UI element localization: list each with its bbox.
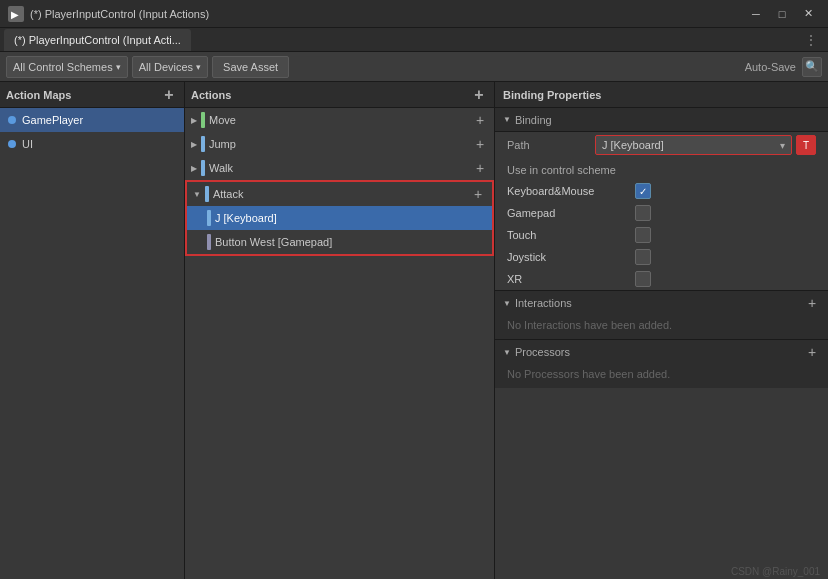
binding-properties-panel: Binding Properties ▼ Binding Path J [Key…: [495, 82, 828, 579]
add-action-map-button[interactable]: +: [160, 86, 178, 104]
scheme-keyboard-mouse[interactable]: Keyboard&Mouse ✓: [495, 180, 828, 202]
scheme-xr[interactable]: XR: [495, 268, 828, 290]
action-move-label: Move: [209, 114, 236, 126]
action-map-gameplayer-label: GamePlayer: [22, 114, 83, 126]
search-button[interactable]: 🔍: [802, 57, 822, 77]
action-button-west-label: Button West [Gamepad]: [215, 236, 332, 248]
minimize-button[interactable]: ─: [744, 4, 768, 24]
add-processor-button[interactable]: +: [804, 344, 820, 360]
path-value-container: J [Keyboard] ▾ T: [595, 135, 816, 155]
action-j-keyboard[interactable]: J [Keyboard]: [187, 206, 492, 230]
devices-dropdown[interactable]: All Devices ▾: [132, 56, 208, 78]
action-walk[interactable]: ▶ Walk +: [185, 156, 494, 180]
action-map-dot-icon: [8, 140, 16, 148]
action-maps-panel: Action Maps + GamePlayer UI: [0, 82, 185, 579]
autosave-section: Auto-Save 🔍: [745, 57, 822, 77]
expand-icon: ▶: [191, 116, 197, 125]
control-schemes-dropdown[interactable]: All Control Schemes ▾: [6, 56, 128, 78]
binding-properties-title: Binding Properties: [503, 89, 601, 101]
add-binding-button[interactable]: +: [472, 136, 488, 152]
scheme-gamepad-label: Gamepad: [507, 207, 627, 219]
path-dropdown[interactable]: J [Keyboard] ▾: [595, 135, 792, 155]
action-attack[interactable]: ▼ Attack +: [187, 182, 492, 206]
path-row: Path J [Keyboard] ▾ T: [495, 132, 828, 158]
add-binding-button[interactable]: +: [472, 160, 488, 176]
action-button-west[interactable]: Button West [Gamepad]: [187, 230, 492, 254]
expand-icon: ▼: [193, 190, 201, 199]
processors-empty-msg: No Processors have been added.: [495, 364, 828, 388]
collapse-interactions-icon: ▼: [503, 299, 511, 308]
autosave-label: Auto-Save: [745, 61, 796, 73]
action-color-bar: [201, 160, 205, 176]
action-walk-label: Walk: [209, 162, 233, 174]
action-attack-label: Attack: [213, 188, 244, 200]
action-color-bar: [201, 112, 205, 128]
action-move[interactable]: ▶ Move +: [185, 108, 494, 132]
scheme-gamepad-checkbox[interactable]: [635, 205, 651, 221]
action-j-keyboard-label: J [Keyboard]: [215, 212, 277, 224]
processors-empty-text: No Processors have been added.: [507, 368, 670, 380]
processors-section: ▼ Processors + No Processors have been a…: [495, 339, 828, 388]
tab-label: (*) PlayerInputControl (Input Acti...: [14, 34, 181, 46]
left-section: Action Maps + GamePlayer UI Actions + ▶: [0, 82, 495, 579]
scheme-touch-label: Touch: [507, 229, 627, 241]
interactions-empty-text: No Interactions have been added.: [507, 319, 672, 331]
tab-player-input[interactable]: (*) PlayerInputControl (Input Acti...: [4, 29, 191, 51]
title-bar: ▶ (*) PlayerInputControl (Input Actions)…: [0, 0, 828, 28]
binding-properties-header: Binding Properties: [495, 82, 828, 108]
action-map-gameplayer[interactable]: GamePlayer: [0, 108, 184, 132]
chevron-down-icon: ▾: [196, 62, 201, 72]
window-title: (*) PlayerInputControl (Input Actions): [30, 8, 744, 20]
binding-section-header: ▼ Binding: [495, 108, 828, 132]
actions-panel: Actions + ▶ Move + ▶ Jump + ▶ Walk: [185, 82, 494, 579]
action-maps-title: Action Maps: [6, 89, 71, 101]
path-t-button[interactable]: T: [796, 135, 816, 155]
add-binding-button[interactable]: +: [470, 186, 486, 202]
add-binding-button[interactable]: +: [472, 112, 488, 128]
binding-color-bar: [207, 210, 211, 226]
use-in-scheme-label: Use in control scheme: [495, 158, 828, 180]
scheme-xr-checkbox[interactable]: [635, 271, 651, 287]
chevron-down-icon: ▾: [116, 62, 121, 72]
processors-title: Processors: [515, 346, 570, 358]
toolbar: All Control Schemes ▾ All Devices ▾ Save…: [0, 52, 828, 82]
scheme-joystick-checkbox[interactable]: [635, 249, 651, 265]
path-label: Path: [507, 139, 587, 151]
add-action-button[interactable]: +: [470, 86, 488, 104]
scheme-keyboard-mouse-checkbox[interactable]: ✓: [635, 183, 651, 199]
scheme-joystick[interactable]: Joystick: [495, 246, 828, 268]
close-button[interactable]: ✕: [796, 4, 820, 24]
action-map-ui[interactable]: UI: [0, 132, 184, 156]
actions-header: Actions +: [185, 82, 494, 108]
save-asset-button[interactable]: Save Asset: [212, 56, 289, 78]
attack-section: ▼ Attack + J [Keyboard] Button West [Gam…: [185, 180, 494, 256]
dropdown-arrow-icon: ▾: [780, 140, 785, 151]
action-jump-label: Jump: [209, 138, 236, 150]
svg-text:▶: ▶: [11, 9, 19, 20]
window-controls: ─ □ ✕: [744, 4, 820, 24]
processors-header[interactable]: ▼ Processors +: [495, 340, 828, 364]
main-content: Action Maps + GamePlayer UI Actions + ▶: [0, 82, 828, 579]
action-color-bar: [205, 186, 209, 202]
watermark: CSDN @Rainy_001: [723, 564, 828, 579]
checkmark-icon: ✓: [639, 186, 647, 197]
app-icon: ▶: [8, 6, 24, 22]
interactions-header[interactable]: ▼ Interactions +: [495, 291, 828, 315]
scheme-gamepad[interactable]: Gamepad: [495, 202, 828, 224]
scheme-joystick-label: Joystick: [507, 251, 627, 263]
path-value: J [Keyboard]: [602, 139, 776, 151]
scheme-touch-checkbox[interactable]: [635, 227, 651, 243]
tab-bar: (*) PlayerInputControl (Input Acti... ⋮: [0, 28, 828, 52]
interactions-title: Interactions: [515, 297, 572, 309]
scheme-touch[interactable]: Touch: [495, 224, 828, 246]
tab-menu-dots[interactable]: ⋮: [798, 32, 824, 48]
expand-icon: ▶: [191, 140, 197, 149]
action-jump[interactable]: ▶ Jump +: [185, 132, 494, 156]
watermark-text: CSDN @Rainy_001: [731, 566, 820, 577]
binding-color-bar: [207, 234, 211, 250]
add-interaction-button[interactable]: +: [804, 295, 820, 311]
action-map-ui-label: UI: [22, 138, 33, 150]
binding-section-label: Binding: [515, 114, 552, 126]
maximize-button[interactable]: □: [770, 4, 794, 24]
devices-label: All Devices: [139, 61, 193, 73]
